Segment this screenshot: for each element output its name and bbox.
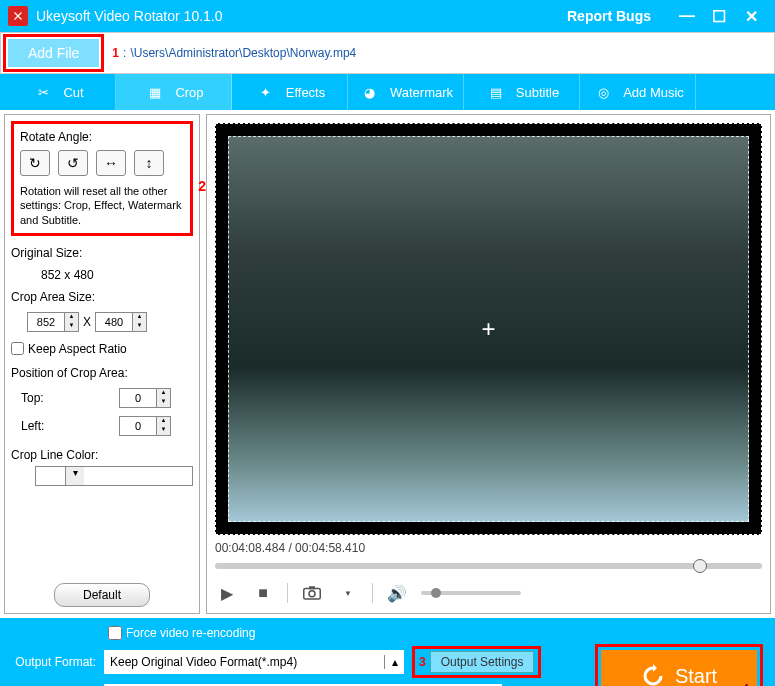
original-size-label: Original Size: <box>11 246 193 260</box>
timecode: 00:04:08.484 / 00:04:58.410 <box>215 541 762 555</box>
separator <box>372 583 373 603</box>
spin-up[interactable]: ▲ <box>157 389 170 398</box>
target-icon: ◎ <box>591 80 615 104</box>
original-size-value: 852 x 480 <box>41 268 193 282</box>
close-button[interactable]: ✕ <box>735 7 767 26</box>
left-input[interactable] <box>120 417 156 435</box>
volume-icon[interactable]: 🔊 <box>385 581 409 605</box>
player-controls: ▶ ■ ▼ 🔊 <box>215 581 762 605</box>
crop-area-size-label: Crop Area Size: <box>11 290 193 304</box>
left-label: Left: <box>21 419 44 433</box>
volume-slider[interactable] <box>421 591 521 595</box>
tab-effects[interactable]: ✦ Effects <box>232 74 348 110</box>
flip-vertical-button[interactable]: ↕ <box>134 150 164 176</box>
spin-down[interactable]: ▼ <box>157 398 170 407</box>
keep-aspect-label: Keep Aspect Ratio <box>28 342 127 356</box>
maximize-button[interactable]: ☐ <box>703 7 735 26</box>
crop-height-spinner[interactable]: ▲▼ <box>95 312 147 332</box>
output-format-label: Output Format: <box>12 655 96 669</box>
drop-icon: ◕ <box>358 80 382 104</box>
spin-up[interactable]: ▲ <box>65 313 78 322</box>
keep-aspect-checkbox[interactable] <box>11 342 24 355</box>
crop-width-input[interactable] <box>28 313 64 331</box>
start-button[interactable]: Start 4 <box>601 650 757 686</box>
add-file-button[interactable]: Add File <box>8 39 99 67</box>
tab-subtitle[interactable]: ▤ Subtitle <box>464 74 580 110</box>
chevron-up-icon[interactable]: ▴ <box>384 655 404 669</box>
rotate-ccw-button[interactable]: ↺ <box>58 150 88 176</box>
preview-panel: + 00:04:08.484 / 00:04:58.410 ▶ ■ ▼ 🔊 <box>206 114 771 614</box>
annotation-marker-4: 4 <box>742 682 749 686</box>
tab-label: Crop <box>175 85 203 100</box>
spin-up[interactable]: ▲ <box>133 313 146 322</box>
x-separator: X <box>83 315 91 329</box>
settings-panel: Rotate Angle: ↻ ↺ ↔ ↕ Rotation will rese… <box>4 114 200 614</box>
output-format-combo[interactable]: ▴ <box>104 650 404 674</box>
refresh-icon <box>641 664 665 686</box>
tab-crop[interactable]: ▦ Crop <box>116 74 232 110</box>
play-button[interactable]: ▶ <box>215 581 239 605</box>
tab-watermark[interactable]: ◕ Watermark <box>348 74 464 110</box>
scissors-icon: ✂ <box>31 80 55 104</box>
output-settings-button[interactable]: Output Settings <box>430 651 535 673</box>
sparkle-icon: ✦ <box>254 80 278 104</box>
file-path-text: \Users\Administrator\Desktop\Norway.mp4 <box>130 46 356 60</box>
tab-bar: ✂ Cut ▦ Crop ✦ Effects ◕ Watermark ▤ Sub… <box>0 74 775 110</box>
start-label: Start <box>675 665 717 687</box>
top-input[interactable] <box>120 389 156 407</box>
file-path-prefix: : <box>123 46 126 60</box>
report-bugs-link[interactable]: Report Bugs <box>567 8 651 24</box>
crop-line-color-picker[interactable]: ▾ <box>35 466 193 486</box>
spin-down[interactable]: ▼ <box>157 426 170 435</box>
left-spinner[interactable]: ▲▼ <box>119 416 171 436</box>
default-button[interactable]: Default <box>54 583 150 607</box>
bottom-bar: Force video re-encoding Output Format: ▴… <box>0 618 775 686</box>
flip-horizontal-button[interactable]: ↔ <box>96 150 126 176</box>
crop-height-input[interactable] <box>96 313 132 331</box>
force-reencode-checkbox[interactable] <box>108 626 122 640</box>
separator <box>287 583 288 603</box>
crop-width-spinner[interactable]: ▲▼ <box>27 312 79 332</box>
titlebar: Ukeysoft Video Rotator 10.1.0 Report Bug… <box>0 0 775 32</box>
crop-icon: ▦ <box>143 80 167 104</box>
rotate-angle-group: Rotate Angle: ↻ ↺ ↔ ↕ Rotation will rese… <box>11 121 193 236</box>
spin-up[interactable]: ▲ <box>157 417 170 426</box>
annotation-marker-1: 1 <box>112 46 119 60</box>
spin-down[interactable]: ▼ <box>65 322 78 331</box>
center-cross-icon: + <box>481 315 495 343</box>
spin-down[interactable]: ▼ <box>133 322 146 331</box>
tab-cut[interactable]: ✂ Cut <box>0 74 116 110</box>
tab-label: Cut <box>63 85 83 100</box>
tab-label: Subtitle <box>516 85 559 100</box>
subtitle-icon: ▤ <box>484 80 508 104</box>
app-title: Ukeysoft Video Rotator 10.1.0 <box>36 8 567 24</box>
top-label: Top: <box>21 391 44 405</box>
top-spinner[interactable]: ▲▼ <box>119 388 171 408</box>
rotate-cw-button[interactable]: ↻ <box>20 150 50 176</box>
snapshot-button[interactable] <box>300 581 324 605</box>
volume-knob[interactable] <box>431 588 441 598</box>
output-format-value[interactable] <box>104 655 384 669</box>
video-preview[interactable]: + <box>215 123 762 535</box>
tab-label: Effects <box>286 85 326 100</box>
chevron-down-icon[interactable]: ▾ <box>66 467 84 485</box>
svg-point-2 <box>309 591 315 597</box>
stop-button[interactable]: ■ <box>251 581 275 605</box>
minimize-button[interactable]: — <box>671 7 703 25</box>
snapshot-menu[interactable]: ▼ <box>336 581 360 605</box>
annotation-marker-3: 3 <box>419 655 426 669</box>
annotation-marker-2: 2 <box>198 178 206 194</box>
svg-rect-3 <box>309 586 315 589</box>
file-bar: Add File 1 : \Users\Administrator\Deskto… <box>0 32 775 74</box>
color-swatch <box>36 467 66 485</box>
rotate-note: Rotation will reset all the other settin… <box>20 184 184 227</box>
annotation-box-3: 3 Output Settings <box>412 646 541 678</box>
tab-add-music[interactable]: ◎ Add Music <box>580 74 696 110</box>
crop-line-color-label: Crop Line Color: <box>11 448 193 462</box>
timeline-knob[interactable] <box>693 559 707 573</box>
position-label: Position of Crop Area: <box>11 366 193 380</box>
force-reencode-label: Force video re-encoding <box>126 626 255 640</box>
annotation-box-1: Add File <box>3 34 104 72</box>
timeline-slider[interactable] <box>215 563 762 569</box>
annotation-box-4: Start 4 <box>595 644 763 686</box>
